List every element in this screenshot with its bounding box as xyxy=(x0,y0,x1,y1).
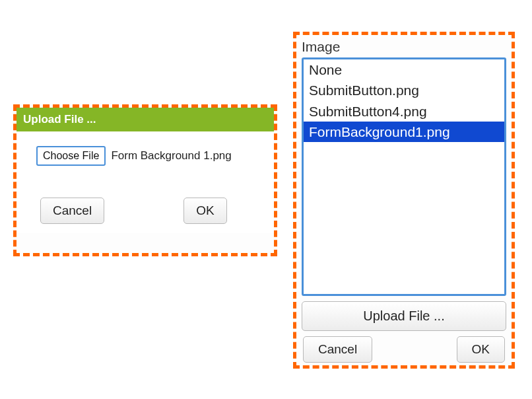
image-select-dialog: Image NoneSubmitButton.pngSubmitButton4.… xyxy=(293,32,515,369)
image-dialog-label: Image xyxy=(296,35,512,56)
list-item[interactable]: SubmitButton.png xyxy=(304,80,504,100)
file-picker-row: Choose File Form Background 1.png xyxy=(36,146,254,166)
cancel-button[interactable]: Cancel xyxy=(303,336,372,363)
upload-dialog-body: Choose File Form Background 1.png Cancel… xyxy=(17,131,274,233)
list-item[interactable]: FormBackground1.png xyxy=(304,122,504,142)
image-dialog-buttons: Upload File ... Cancel OK xyxy=(296,301,512,363)
cancel-button[interactable]: Cancel xyxy=(40,198,104,224)
choose-file-button[interactable]: Choose File xyxy=(36,146,106,166)
upload-file-dialog: Upload File ... Choose File Form Backgro… xyxy=(13,104,277,256)
image-listbox[interactable]: NoneSubmitButton.pngSubmitButton4.pngFor… xyxy=(302,57,506,296)
list-item[interactable]: None xyxy=(304,59,504,80)
upload-file-button[interactable]: Upload File ... xyxy=(302,301,506,331)
upload-dialog-title: Upload File ... xyxy=(17,108,274,131)
selected-file-name: Form Background 1.png xyxy=(111,149,231,163)
list-item[interactable]: SubmitButton4.png xyxy=(304,101,504,122)
ok-button[interactable]: OK xyxy=(183,198,226,224)
image-dialog-footer: Cancel OK xyxy=(302,336,506,363)
upload-dialog-footer: Cancel OK xyxy=(36,198,254,224)
ok-button[interactable]: OK xyxy=(457,336,505,363)
